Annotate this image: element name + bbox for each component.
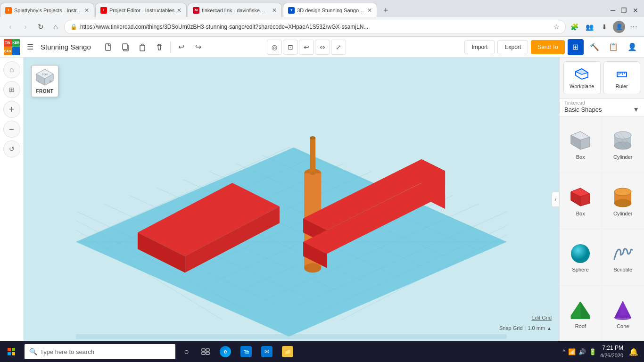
scene-svg bbox=[24, 58, 559, 341]
ruler-button[interactable]: Ruler bbox=[603, 61, 641, 94]
tab1-close[interactable]: ✕ bbox=[84, 7, 89, 14]
svg-marker-54 bbox=[576, 69, 588, 74]
import-button[interactable]: Import bbox=[464, 40, 495, 54]
fit-view-button[interactable]: ⊞ bbox=[3, 81, 20, 98]
browser-tab-3[interactable]: M tinkercad link - davinfiske@gma... ✕ bbox=[188, 3, 282, 17]
taskbar-store-app[interactable]: 🛍 bbox=[236, 341, 256, 362]
close-button[interactable]: ✕ bbox=[633, 7, 638, 14]
task-view-button[interactable] bbox=[196, 342, 215, 361]
zoom-out-button[interactable]: − bbox=[3, 121, 20, 138]
notifications-button[interactable]: 🔔 bbox=[626, 344, 641, 359]
shape-item-box-grey[interactable]: Box bbox=[560, 116, 602, 173]
start-button[interactable] bbox=[0, 341, 23, 362]
front-view-label: TOP L R FRONT bbox=[31, 65, 58, 97]
cortana-button[interactable]: ○ bbox=[177, 342, 196, 361]
url-display: https://www.tinkercad.com/things/3DSoUm0… bbox=[80, 24, 551, 30]
taskbar-edge-app[interactable]: e bbox=[215, 341, 236, 362]
shape-label-box-grey: Box bbox=[576, 154, 585, 160]
right-panel: Workplane Ruler bbox=[559, 58, 644, 341]
more-options-button[interactable]: ⋯ bbox=[627, 20, 640, 33]
tray-network-icon[interactable]: 📶 bbox=[568, 348, 576, 355]
address-bar[interactable]: 🔒 https://www.tinkercad.com/things/3DSoU… bbox=[64, 20, 566, 34]
shape-item-cylinder-orange[interactable]: Cylinder bbox=[602, 173, 644, 230]
snap-grid-chevron-icon[interactable]: ▲ bbox=[547, 326, 552, 331]
clock-date: 4/26/2020 bbox=[600, 352, 623, 359]
ruler-icon bbox=[614, 66, 629, 82]
svg-rect-86 bbox=[8, 348, 11, 351]
view-icon-3[interactable]: ↩ bbox=[299, 40, 314, 55]
menu-button[interactable]: ☰ bbox=[24, 41, 37, 54]
tray-battery-icon[interactable]: 🔋 bbox=[589, 348, 596, 355]
shapes-grid: Box Cylinder bbox=[560, 116, 644, 341]
shape-label-sphere-teal: Sphere bbox=[572, 267, 589, 272]
svg-rect-89 bbox=[12, 352, 15, 355]
downloads-icon[interactable]: ⬇ bbox=[598, 20, 611, 33]
grid-view-icon[interactable]: ⊞ bbox=[568, 39, 584, 55]
browser-tab-2[interactable]: I Project Editor - Instructables ✕ bbox=[95, 3, 187, 17]
clock-display[interactable]: 7:21 PM 4/26/2020 bbox=[600, 345, 623, 359]
taskbar-mail-app[interactable]: ✉ bbox=[256, 341, 277, 362]
left-controls-panel: ⌂ ⊞ + − ↺ bbox=[0, 58, 24, 341]
shape-label-roof-green: Roof bbox=[575, 323, 586, 329]
tab4-favicon: T bbox=[288, 7, 295, 14]
copy-button[interactable] bbox=[117, 39, 133, 55]
svg-rect-92 bbox=[202, 352, 205, 354]
view-icon-2[interactable]: ⊡ bbox=[283, 40, 298, 55]
shape-item-box-red[interactable]: Box bbox=[560, 173, 602, 230]
user-profile-icon[interactable]: 👤 bbox=[624, 39, 640, 55]
send-to-button[interactable]: Send To bbox=[531, 40, 565, 54]
workplane-button[interactable]: Workplane bbox=[563, 61, 601, 94]
home-view-button[interactable]: ⌂ bbox=[3, 61, 20, 78]
profiles-button[interactable]: 👥 bbox=[583, 20, 596, 33]
undo-button[interactable]: ↩ bbox=[173, 39, 190, 55]
shapes-dropdown[interactable]: Tinkercad Basic Shapes ▼ bbox=[560, 98, 644, 116]
minimize-button[interactable]: ─ bbox=[611, 7, 615, 14]
viewport-3d[interactable]: TOP L R FRONT bbox=[24, 58, 559, 341]
panel-collapse-toggle[interactable]: › bbox=[552, 192, 559, 207]
shape-item-sphere-teal[interactable]: Sphere bbox=[560, 229, 602, 286]
tray-volume-icon[interactable]: 🔊 bbox=[578, 348, 586, 355]
lock-icon: 🔒 bbox=[70, 24, 77, 30]
tab4-close[interactable]: ✕ bbox=[367, 7, 372, 14]
browser-tab-1[interactable]: I Splattyboy's Projects - Instructa... ✕ bbox=[0, 3, 94, 17]
profile-avatar[interactable]: 👤 bbox=[613, 21, 625, 33]
taskbar-explorer-app[interactable]: 📁 bbox=[277, 341, 298, 362]
back-button[interactable]: ‹ bbox=[4, 20, 17, 33]
view-icon-4[interactable]: ⇔ bbox=[315, 40, 330, 55]
forward-button[interactable]: › bbox=[19, 20, 32, 33]
edit-grid-label[interactable]: Edit Grid bbox=[531, 315, 552, 321]
svg-rect-93 bbox=[206, 352, 209, 354]
redo-button[interactable]: ↪ bbox=[190, 39, 206, 55]
shape-item-roof-green[interactable]: Roof bbox=[560, 286, 602, 342]
shape-item-cylinder-grey[interactable]: Cylinder bbox=[602, 116, 644, 173]
svg-marker-82 bbox=[571, 302, 580, 319]
hammer-icon[interactable]: 🔨 bbox=[586, 39, 603, 55]
shapes-main-label: Basic Shapes bbox=[564, 106, 633, 113]
browser-tab-4[interactable]: T 3D design Stunning Sango | Tink... ✕ bbox=[283, 3, 377, 17]
tray-expand-button[interactable]: ^ bbox=[562, 348, 565, 355]
tab2-close[interactable]: ✕ bbox=[177, 7, 182, 14]
paste-button[interactable] bbox=[134, 39, 150, 55]
home-button[interactable]: ⌂ bbox=[49, 20, 62, 33]
tab2-favicon: I bbox=[100, 7, 107, 14]
delete-button[interactable] bbox=[151, 39, 167, 55]
maximize-button[interactable]: ❐ bbox=[621, 7, 627, 14]
export-button[interactable]: Export bbox=[497, 40, 528, 54]
extensions-button[interactable]: 🧩 bbox=[568, 20, 581, 33]
shape-item-scribble[interactable]: Scribble bbox=[602, 229, 644, 286]
rotate-view-button[interactable]: ↺ bbox=[3, 140, 20, 157]
view-icon-1[interactable]: ◎ bbox=[267, 40, 282, 55]
tab4-title: 3D design Stunning Sango | Tink... bbox=[297, 8, 365, 13]
refresh-button[interactable]: ↻ bbox=[34, 20, 47, 33]
zoom-in-button[interactable]: + bbox=[3, 101, 20, 118]
search-bar[interactable]: 🔍 Type here to search bbox=[25, 344, 175, 359]
view-icon-5[interactable]: ⤢ bbox=[331, 40, 346, 55]
shapes-dropdown-chevron-icon[interactable]: ▼ bbox=[633, 106, 639, 113]
bookmark-icon[interactable]: ☆ bbox=[553, 23, 560, 31]
clipboard-icon[interactable]: 📋 bbox=[605, 39, 621, 55]
new-document-button[interactable] bbox=[100, 39, 116, 55]
shape-item-cone-purple[interactable]: Cone bbox=[602, 286, 644, 342]
tab3-close[interactable]: ✕ bbox=[272, 7, 277, 14]
snap-grid-value: 1.0 mm bbox=[528, 325, 545, 331]
new-tab-button[interactable]: + bbox=[379, 4, 392, 17]
